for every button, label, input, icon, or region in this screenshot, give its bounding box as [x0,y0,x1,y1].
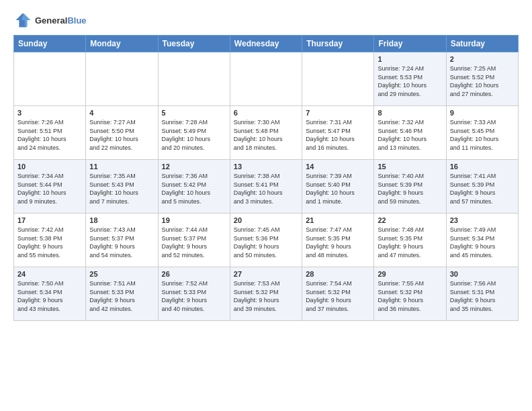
day-detail: Sunrise: 7:24 AM Sunset: 5:53 PM Dayligh… [378,64,442,98]
day-number: 3 [17,109,82,117]
day-detail: Sunrise: 7:50 AM Sunset: 5:34 PM Dayligh… [17,279,82,313]
calendar-cell: 5Sunrise: 7:28 AM Sunset: 5:49 PM Daylig… [158,106,230,160]
day-detail: Sunrise: 7:34 AM Sunset: 5:44 PM Dayligh… [17,172,82,205]
day-detail: Sunrise: 7:51 AM Sunset: 5:33 PM Dayligh… [89,279,154,313]
day-detail: Sunrise: 7:25 AM Sunset: 5:52 PM Dayligh… [450,64,515,98]
calendar-cell: 17Sunrise: 7:42 AM Sunset: 5:38 PM Dayli… [14,214,86,267]
day-detail: Sunrise: 7:55 AM Sunset: 5:32 PM Dayligh… [378,279,442,313]
calendar-cell: 30Sunrise: 7:56 AM Sunset: 5:31 PM Dayli… [446,267,518,321]
day-number: 21 [306,216,370,224]
day-detail: Sunrise: 7:44 AM Sunset: 5:37 PM Dayligh… [162,226,226,259]
day-number: 2 [450,55,515,63]
calendar-cell: 1Sunrise: 7:24 AM Sunset: 5:53 PM Daylig… [374,52,446,106]
day-number: 29 [378,270,442,278]
day-header-tuesday: Tuesday [158,36,230,52]
day-header-thursday: Thursday [302,36,374,52]
day-number: 9 [450,109,515,117]
calendar-cell: 19Sunrise: 7:44 AM Sunset: 5:37 PM Dayli… [158,214,230,267]
calendar-cell: 11Sunrise: 7:35 AM Sunset: 5:43 PM Dayli… [86,160,158,214]
calendar-cell: 10Sunrise: 7:34 AM Sunset: 5:44 PM Dayli… [14,160,86,214]
day-number: 11 [89,163,154,171]
day-detail: Sunrise: 7:39 AM Sunset: 5:40 PM Dayligh… [306,172,370,205]
calendar-cell: 8Sunrise: 7:32 AM Sunset: 5:46 PM Daylig… [374,106,446,160]
day-detail: Sunrise: 7:26 AM Sunset: 5:51 PM Dayligh… [17,118,82,152]
calendar-cell: 14Sunrise: 7:39 AM Sunset: 5:40 PM Dayli… [302,160,374,214]
calendar-cell [158,52,230,106]
day-number: 27 [234,270,298,278]
day-detail: Sunrise: 7:30 AM Sunset: 5:48 PM Dayligh… [234,118,298,152]
week-row-3: 10Sunrise: 7:34 AM Sunset: 5:44 PM Dayli… [14,160,519,214]
day-number: 6 [234,109,298,117]
calendar-cell: 28Sunrise: 7:54 AM Sunset: 5:32 PM Dayli… [302,267,374,321]
day-detail: Sunrise: 7:38 AM Sunset: 5:41 PM Dayligh… [234,172,298,205]
calendar-cell: 7Sunrise: 7:31 AM Sunset: 5:47 PM Daylig… [302,106,374,160]
logo-text: GeneralBlue [35,15,87,26]
day-number: 28 [306,270,370,278]
day-detail: Sunrise: 7:31 AM Sunset: 5:47 PM Dayligh… [306,118,370,152]
day-number: 22 [378,216,442,224]
day-number: 13 [234,163,298,171]
week-row-2: 3Sunrise: 7:26 AM Sunset: 5:51 PM Daylig… [14,106,519,160]
day-header-wednesday: Wednesday [230,36,302,52]
day-header-sunday: Sunday [14,36,86,52]
day-detail: Sunrise: 7:56 AM Sunset: 5:31 PM Dayligh… [450,279,515,313]
calendar-cell: 6Sunrise: 7:30 AM Sunset: 5:48 PM Daylig… [230,106,302,160]
day-number: 14 [306,163,370,171]
week-row-1: 1Sunrise: 7:24 AM Sunset: 5:53 PM Daylig… [14,52,519,106]
day-detail: Sunrise: 7:36 AM Sunset: 5:42 PM Dayligh… [162,172,226,205]
day-number: 25 [89,270,154,278]
day-detail: Sunrise: 7:33 AM Sunset: 5:45 PM Dayligh… [450,118,515,152]
calendar-cell: 23Sunrise: 7:49 AM Sunset: 5:34 PM Dayli… [446,214,518,267]
day-number: 24 [17,270,82,278]
day-detail: Sunrise: 7:35 AM Sunset: 5:43 PM Dayligh… [89,172,154,205]
day-header-saturday: Saturday [446,36,518,52]
day-header-friday: Friday [374,36,446,52]
calendar-cell: 16Sunrise: 7:41 AM Sunset: 5:39 PM Dayli… [446,160,518,214]
day-detail: Sunrise: 7:41 AM Sunset: 5:39 PM Dayligh… [450,172,515,205]
calendar-header-row: SundayMondayTuesdayWednesdayThursdayFrid… [14,36,519,52]
calendar-cell: 13Sunrise: 7:38 AM Sunset: 5:41 PM Dayli… [230,160,302,214]
calendar-body: 1Sunrise: 7:24 AM Sunset: 5:53 PM Daylig… [14,52,519,321]
calendar-cell [14,52,86,106]
calendar-cell: 4Sunrise: 7:27 AM Sunset: 5:50 PM Daylig… [86,106,158,160]
day-number: 19 [162,216,226,224]
day-number: 26 [162,270,226,278]
day-number: 7 [306,109,370,117]
day-detail: Sunrise: 7:48 AM Sunset: 5:35 PM Dayligh… [378,226,442,259]
day-detail: Sunrise: 7:45 AM Sunset: 5:36 PM Dayligh… [234,226,298,259]
day-number: 16 [450,163,515,171]
day-detail: Sunrise: 7:49 AM Sunset: 5:34 PM Dayligh… [450,226,515,259]
page-container: GeneralBlue SundayMondayTuesdayWednesday… [0,0,532,328]
day-detail: Sunrise: 7:53 AM Sunset: 5:32 PM Dayligh… [234,279,298,313]
day-detail: Sunrise: 7:27 AM Sunset: 5:50 PM Dayligh… [89,118,154,152]
calendar-cell: 12Sunrise: 7:36 AM Sunset: 5:42 PM Dayli… [158,160,230,214]
day-number: 5 [162,109,226,117]
calendar-cell: 25Sunrise: 7:51 AM Sunset: 5:33 PM Dayli… [86,267,158,321]
calendar-cell [302,52,374,106]
calendar-cell: 18Sunrise: 7:43 AM Sunset: 5:37 PM Dayli… [86,214,158,267]
header: GeneralBlue [13,11,519,30]
day-detail: Sunrise: 7:42 AM Sunset: 5:38 PM Dayligh… [17,226,82,259]
day-number: 20 [234,216,298,224]
day-number: 18 [89,216,154,224]
day-detail: Sunrise: 7:28 AM Sunset: 5:49 PM Dayligh… [162,118,226,152]
day-number: 30 [450,270,515,278]
calendar-cell: 21Sunrise: 7:47 AM Sunset: 5:35 PM Dayli… [302,214,374,267]
day-number: 8 [378,109,442,117]
day-detail: Sunrise: 7:52 AM Sunset: 5:33 PM Dayligh… [162,279,226,313]
calendar-cell: 9Sunrise: 7:33 AM Sunset: 5:45 PM Daylig… [446,106,518,160]
day-number: 12 [162,163,226,171]
day-number: 10 [17,163,82,171]
calendar-cell: 27Sunrise: 7:53 AM Sunset: 5:32 PM Dayli… [230,267,302,321]
calendar-cell: 24Sunrise: 7:50 AM Sunset: 5:34 PM Dayli… [14,267,86,321]
day-number: 1 [378,55,442,63]
day-number: 4 [89,109,154,117]
day-detail: Sunrise: 7:54 AM Sunset: 5:32 PM Dayligh… [306,279,370,313]
week-row-5: 24Sunrise: 7:50 AM Sunset: 5:34 PM Dayli… [14,267,519,321]
calendar-cell [230,52,302,106]
calendar-cell: 3Sunrise: 7:26 AM Sunset: 5:51 PM Daylig… [14,106,86,160]
calendar-cell: 29Sunrise: 7:55 AM Sunset: 5:32 PM Dayli… [374,267,446,321]
calendar-table: SundayMondayTuesdayWednesdayThursdayFrid… [13,35,519,321]
day-header-monday: Monday [86,36,158,52]
calendar-cell: 26Sunrise: 7:52 AM Sunset: 5:33 PM Dayli… [158,267,230,321]
